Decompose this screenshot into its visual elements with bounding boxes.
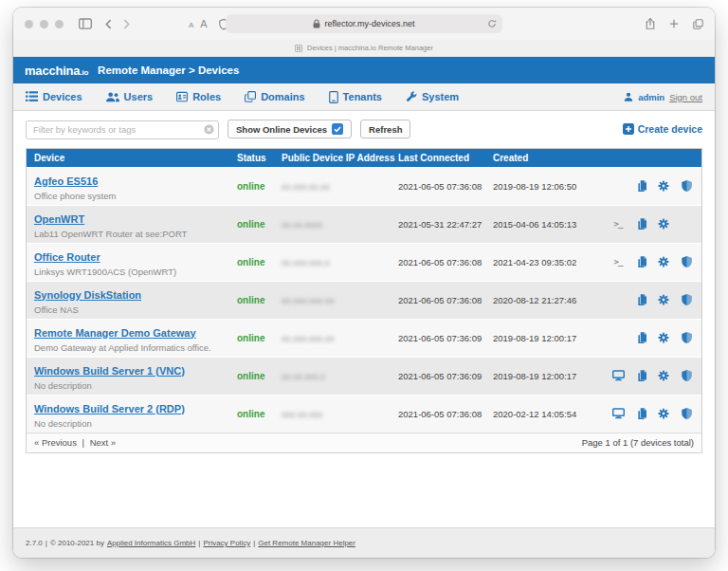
app-header: macchina.io Remote Manager > Devices [13, 57, 715, 83]
active-tab[interactable]: Devices | macchina.io Remote Manager [307, 44, 433, 52]
created-value: 2021-04-23 09:35:02 [493, 257, 597, 267]
settings-gear-icon[interactable] [657, 256, 670, 267]
refresh-button[interactable]: Refresh [360, 120, 410, 138]
nav-label: Users [124, 91, 154, 102]
status-online: online [237, 371, 282, 381]
user-icon [624, 92, 633, 101]
minimize-window-icon[interactable] [40, 20, 48, 28]
table-row: Windows Build Server 1 (VNC)No descripti… [27, 357, 701, 395]
shield-icon[interactable] [680, 294, 693, 305]
forward-icon[interactable] [123, 19, 130, 29]
show-online-devices-button[interactable]: Show Online Devices [228, 120, 352, 138]
settings-gear-icon[interactable] [657, 408, 670, 419]
text-larger-button[interactable]: A [200, 18, 207, 29]
terminal-icon[interactable]: >_ [611, 257, 625, 267]
tab-overview-icon[interactable] [693, 19, 703, 29]
last-connected-value: 2021-06-05 07:36:08 [398, 295, 493, 305]
reload-icon[interactable] [487, 19, 497, 28]
copy-icon[interactable] [634, 294, 647, 306]
nav-label: Domains [261, 91, 304, 102]
privacy-policy-link[interactable]: Privacy Policy [203, 539, 250, 547]
settings-gear-icon[interactable] [657, 294, 670, 305]
device-ip-redacted: xxx.xx.xxx [282, 409, 398, 419]
pagination: « Previous | Next » Page 1 of 1 (7 devic… [27, 433, 701, 452]
shield-icon[interactable] [680, 256, 693, 267]
device-link[interactable]: Windows Build Server 2 (RDP) [34, 403, 185, 414]
copy-icon[interactable] [634, 218, 647, 230]
text-smaller-button[interactable]: A [189, 21, 193, 29]
previous-page-link[interactable]: « Previous [34, 437, 77, 448]
nav-item-system[interactable]: System [406, 91, 459, 102]
show-online-label: Show Online Devices [236, 124, 327, 135]
footer-separator: | [253, 539, 255, 547]
company-link[interactable]: Applied Informatics GmbH [107, 539, 195, 547]
shield-icon[interactable] [680, 180, 693, 192]
device-link[interactable]: Office Router [34, 251, 100, 263]
device-description: No description [34, 380, 237, 391]
share-icon[interactable] [646, 17, 655, 30]
browser-window: A A reflector.my-devices.net [13, 8, 715, 558]
device-ip-redacted: xx.xxx.xx.xx [282, 181, 398, 192]
created-value: 2019-08-19 12:06:50 [493, 181, 597, 192]
last-connected-value: 2021-06-05 07:36:08 [398, 181, 493, 192]
table-header: Device Status Public Device IP Address L… [27, 149, 701, 167]
main-nav: Devices Users Roles Domains Tenants Syst… [13, 83, 715, 111]
copy-icon[interactable] [634, 408, 647, 420]
tab-favicon-icon [295, 45, 302, 52]
sign-out-link[interactable]: Sign out [669, 92, 702, 102]
tab-bar: Devices | macchina.io Remote Manager [13, 40, 715, 57]
terminal-icon[interactable]: >_ [611, 219, 625, 229]
settings-gear-icon[interactable] [657, 218, 670, 230]
nav-label: Roles [192, 91, 221, 102]
nav-item-users[interactable]: Users [106, 91, 154, 102]
remote-manager-helper-link[interactable]: Get Remote Manager Helper [258, 539, 355, 547]
clear-filter-icon[interactable] [204, 124, 214, 135]
logo-text: macchina [25, 64, 80, 78]
copy-icon[interactable] [634, 256, 647, 268]
status-online: online [237, 219, 282, 230]
create-device-link[interactable]: Create device [623, 123, 702, 135]
last-connected-value: 2021-06-05 07:36:09 [398, 333, 493, 343]
browser-toolbar: A A reflector.my-devices.net [13, 8, 715, 40]
filter-input[interactable] [26, 120, 219, 139]
remote-desktop-icon[interactable] [611, 408, 625, 419]
back-icon[interactable] [105, 19, 112, 29]
settings-gear-icon[interactable] [657, 180, 670, 192]
device-link[interactable]: Synology DiskStation [34, 289, 141, 301]
devices-table: Device Status Public Device IP Address L… [26, 148, 702, 453]
nav-item-domains[interactable]: Domains [245, 91, 304, 102]
nav-item-tenants[interactable]: Tenants [329, 91, 382, 103]
remote-desktop-icon[interactable] [611, 370, 625, 381]
nav-item-roles[interactable]: Roles [176, 91, 221, 102]
address-bar[interactable]: reflector.my-devices.net [226, 14, 502, 33]
device-link[interactable]: Windows Build Server 1 (VNC) [34, 365, 185, 377]
shield-icon[interactable] [680, 408, 693, 419]
settings-gear-icon[interactable] [657, 332, 670, 343]
status-online: online [237, 333, 282, 343]
username[interactable]: admin [638, 92, 664, 102]
settings-gear-icon[interactable] [657, 370, 670, 381]
shield-icon[interactable] [680, 332, 693, 343]
zoom-window-icon[interactable] [55, 20, 64, 28]
status-online: online [237, 295, 282, 305]
device-link[interactable]: Remote Manager Demo Gateway [34, 327, 196, 339]
table-body: Agfeo ES516Office phone systemonlinexx.x… [27, 167, 701, 433]
text-size-control[interactable]: A A [189, 18, 208, 29]
col-ip: Public Device IP Address [282, 153, 398, 163]
next-page-link[interactable]: Next » [90, 437, 116, 448]
sidebar-toggle-icon[interactable] [79, 18, 92, 29]
device-link[interactable]: OpenWRT [34, 213, 84, 225]
nav-item-devices[interactable]: Devices [26, 91, 82, 102]
copy-icon[interactable] [634, 332, 647, 344]
col-last-connected: Last Connected [398, 153, 493, 163]
copy-icon[interactable] [634, 370, 647, 382]
device-ip-redacted: xx.xxx.xxx.xx [282, 295, 398, 305]
filter-toolbar: Show Online Devices Refresh Create devic… [26, 120, 702, 139]
new-tab-icon[interactable] [669, 19, 679, 28]
status-online: online [237, 181, 282, 192]
copy-icon[interactable] [634, 180, 647, 193]
close-window-icon[interactable] [25, 20, 33, 28]
shield-icon[interactable] [680, 370, 693, 381]
device-link[interactable]: Agfeo ES516 [34, 175, 98, 187]
traffic-lights [25, 20, 64, 28]
